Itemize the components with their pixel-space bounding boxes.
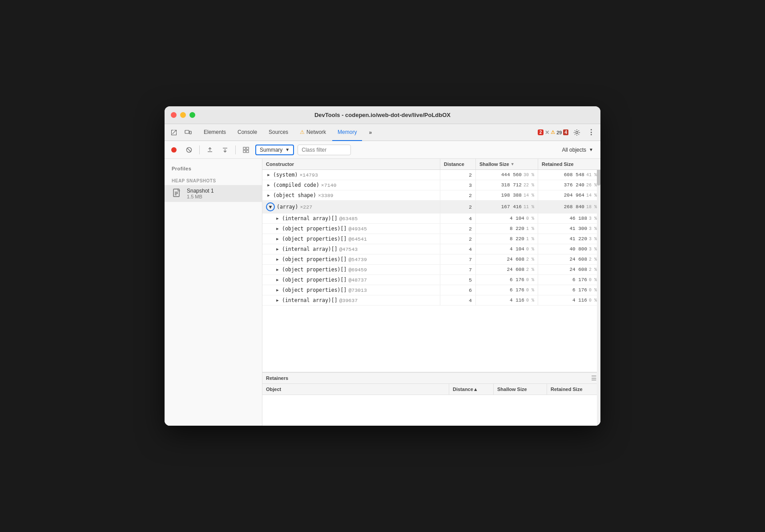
snapshot-item[interactable]: Snapshot 1 1.5 MB bbox=[165, 185, 262, 202]
titlebar: DevTools - codepen.io/web-dot-dev/live/P… bbox=[165, 106, 600, 124]
settings-icon[interactable] bbox=[571, 127, 583, 138]
th-distance[interactable]: Distance bbox=[440, 159, 476, 169]
th-shallow[interactable]: Shallow Size ▼ bbox=[476, 159, 538, 169]
summary-label: Summary bbox=[260, 147, 282, 153]
shallow-cell: 8 220 1 % bbox=[476, 224, 538, 234]
traffic-lights bbox=[171, 112, 195, 118]
constructor-cell: ▶ (object properties)[] @49345 bbox=[262, 224, 440, 234]
distance-cell: 7 bbox=[440, 265, 476, 274]
table-row[interactable]: ▶ (compiled code) ×7140 3 318 712 22 % 3… bbox=[262, 180, 600, 190]
table-row-array-expanded[interactable]: ▼ (array) ×227 2 167 416 11 % 268 840 18… bbox=[262, 201, 600, 214]
svg-point-3 bbox=[171, 147, 177, 153]
distance-cell: 4 bbox=[440, 214, 476, 223]
svg-point-2 bbox=[576, 131, 578, 133]
constructor-cell: ▶ (internal array)[] @39637 bbox=[262, 295, 440, 305]
more-options-icon[interactable]: ⋮ bbox=[585, 127, 597, 138]
tab-icon-group bbox=[168, 127, 194, 138]
table-row[interactable]: ▶ (internal array)[] @47543 4 4 104 0 % … bbox=[262, 244, 600, 254]
table-row[interactable]: ▶ (internal array)[] @63485 4 4 104 0 % … bbox=[262, 214, 600, 224]
inspector-icon[interactable] bbox=[168, 127, 180, 138]
table-body: ▶ (system) ×14793 2 444 560 30 % 608 548… bbox=[262, 170, 600, 306]
profile-type-icon[interactable] bbox=[240, 144, 252, 156]
tab-elements[interactable]: Elements bbox=[198, 124, 231, 141]
table-row[interactable]: ▶ (object shape) ×3389 2 198 388 14 % 20… bbox=[262, 190, 600, 201]
expand-arrow[interactable]: ▶ bbox=[275, 237, 280, 242]
constructor-cell: ▶ (object shape) ×3389 bbox=[262, 190, 440, 200]
expand-arrow[interactable]: ▶ bbox=[275, 216, 280, 221]
retained-cell: 41 300 3 % bbox=[538, 224, 600, 234]
constructor-cell: ▶ (object properties)[] @48737 bbox=[262, 275, 440, 285]
expand-arrow[interactable]: ▶ bbox=[275, 278, 280, 282]
distance-cell: 7 bbox=[440, 254, 476, 264]
rth-retained[interactable]: Retained Size bbox=[547, 384, 600, 395]
distance-cell: 2 bbox=[440, 190, 476, 200]
window-title: DevTools - codepen.io/web-dot-dev/live/P… bbox=[314, 112, 451, 118]
constructor-cell: ▶ (object properties)[] @73013 bbox=[262, 285, 440, 295]
th-retained[interactable]: Retained Size bbox=[538, 159, 600, 169]
retainers-menu-icon[interactable]: ☰ bbox=[591, 375, 597, 382]
close-button[interactable] bbox=[171, 112, 177, 118]
warning-count: 29 bbox=[556, 130, 562, 135]
shallow-cell: 24 608 2 % bbox=[476, 254, 538, 264]
upload-button[interactable] bbox=[204, 144, 216, 156]
svg-rect-0 bbox=[185, 130, 189, 133]
retained-cell: 376 240 26 % bbox=[538, 180, 600, 190]
data-panel: Constructor Distance Shallow Size ▼ Reta… bbox=[262, 159, 600, 426]
shallow-cell: 167 416 11 % bbox=[476, 201, 538, 213]
expand-arrow[interactable]: ▶ bbox=[266, 183, 271, 188]
scrollbar[interactable] bbox=[597, 159, 600, 426]
more-tabs-button[interactable]: » bbox=[365, 127, 376, 138]
rth-distance[interactable]: Distance▲ bbox=[449, 384, 494, 395]
table-row[interactable]: ▶ (object properties)[] @49345 2 8 220 1… bbox=[262, 224, 600, 234]
clear-button[interactable] bbox=[183, 144, 195, 156]
sidebar: Profiles HEAP SNAPSHOTS Snapshot 1 1.5 M… bbox=[165, 159, 262, 426]
expand-arrow[interactable]: ▶ bbox=[275, 247, 280, 252]
expand-arrow[interactable]: ▶ bbox=[266, 193, 271, 198]
table-row[interactable]: ▶ (system) ×14793 2 444 560 30 % 608 548… bbox=[262, 170, 600, 180]
maximize-button[interactable] bbox=[189, 112, 195, 118]
distance-cell: 6 bbox=[440, 285, 476, 295]
class-filter-input[interactable] bbox=[298, 145, 351, 155]
all-objects-label: All objects bbox=[562, 147, 586, 153]
record-button[interactable] bbox=[168, 144, 180, 156]
table-row[interactable]: ▶ (object properties)[] @54739 7 24 608 … bbox=[262, 254, 600, 265]
devtools-body: Elements Console Sources ⚠ Network Memor… bbox=[165, 124, 600, 426]
retained-cell: 46 188 3 % bbox=[538, 214, 600, 223]
retained-cell: 6 176 0 % bbox=[538, 275, 600, 285]
expand-arrow[interactable]: ▶ bbox=[275, 298, 280, 303]
distance-cell: 5 bbox=[440, 275, 476, 285]
distance-cell: 2 bbox=[440, 170, 476, 180]
tab-network[interactable]: ⚠ Network bbox=[294, 124, 331, 141]
table-row[interactable]: ▶ (internal array)[] @39637 4 4 116 0 % … bbox=[262, 295, 600, 306]
snapshots-section-title: HEAP SNAPSHOTS bbox=[165, 175, 262, 185]
main-content: Profiles HEAP SNAPSHOTS Snapshot 1 1.5 M… bbox=[165, 159, 600, 426]
download-button[interactable] bbox=[219, 144, 231, 156]
rth-shallow[interactable]: Shallow Size bbox=[494, 384, 547, 395]
expand-arrow[interactable]: ▶ bbox=[275, 267, 280, 272]
tab-memory[interactable]: Memory bbox=[332, 124, 362, 141]
expand-arrow[interactable]: ▶ bbox=[275, 288, 280, 293]
tab-console[interactable]: Console bbox=[232, 124, 262, 141]
table-row[interactable]: ▶ (object properties)[] @73013 6 6 176 0… bbox=[262, 285, 600, 295]
svg-rect-1 bbox=[189, 131, 191, 134]
expand-arrow[interactable]: ▶ bbox=[275, 226, 280, 231]
table-row[interactable]: ▶ (object properties)[] @64541 2 8 220 1… bbox=[262, 234, 600, 244]
retained-cell: 40 800 3 % bbox=[538, 244, 600, 254]
device-toggle-icon[interactable] bbox=[182, 127, 194, 138]
dropdown-arrow: ▼ bbox=[285, 147, 290, 152]
shallow-cell: 198 388 14 % bbox=[476, 190, 538, 200]
table-row[interactable]: ▶ (object properties)[] @69459 7 24 608 … bbox=[262, 265, 600, 275]
tab-sources[interactable]: Sources bbox=[263, 124, 294, 141]
expand-arrow[interactable]: ▶ bbox=[266, 173, 271, 177]
snapshot-name: Snapshot 1 bbox=[187, 188, 214, 194]
shallow-cell: 8 220 1 % bbox=[476, 234, 538, 244]
expand-arrow[interactable]: ▶ bbox=[275, 257, 280, 262]
summary-dropdown[interactable]: Summary ▼ bbox=[255, 145, 294, 155]
minimize-button[interactable] bbox=[180, 112, 186, 118]
heap-table[interactable]: Constructor Distance Shallow Size ▼ Reta… bbox=[262, 159, 600, 372]
snapshot-size: 1.5 MB bbox=[187, 194, 214, 199]
table-row[interactable]: ▶ (object properties)[] @48737 5 6 176 0… bbox=[262, 275, 600, 285]
circle-expand-arrow[interactable]: ▼ bbox=[266, 202, 275, 211]
retainers-title: Retainers bbox=[266, 375, 288, 381]
all-objects-dropdown[interactable]: All objects ▼ bbox=[558, 145, 597, 154]
